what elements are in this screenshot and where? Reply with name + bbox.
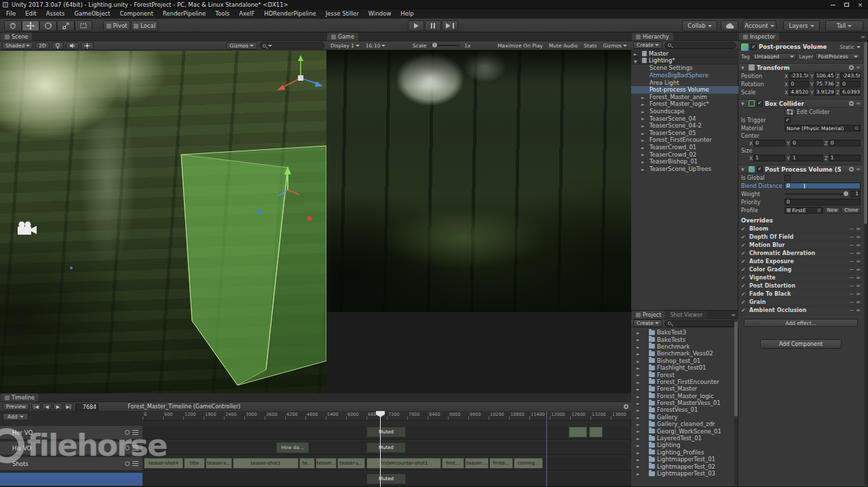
override-menu-icon[interactable]: ≡ (856, 242, 861, 248)
project-folder-row[interactable]: ► Bishop_test_01 (631, 357, 735, 364)
blend-distance-input[interactable]: 0 (785, 182, 861, 189)
gear-icon[interactable] (849, 101, 854, 106)
foldout-icon[interactable]: ► (637, 450, 640, 455)
context-menu-icon[interactable]: ≡ (856, 100, 861, 106)
layers-dropdown[interactable]: Layers (783, 20, 820, 31)
project-folder-row[interactable]: ► Gallery (631, 414, 735, 421)
y-field[interactable]: 75.736 (814, 81, 835, 87)
frame-number-field[interactable]: 7684 (75, 404, 98, 410)
track-lane[interactable]: How da...Muted (143, 442, 631, 455)
foldout-icon[interactable]: ► (637, 351, 640, 356)
context-menu-icon[interactable]: ≡ (856, 166, 861, 172)
timeline-clip[interactable]: firstencounter-shot1 (366, 458, 441, 469)
is-trigger-checkbox[interactable]: ✓ (785, 117, 791, 123)
timeline-clip[interactable]: How da... (276, 442, 309, 453)
center-y-field[interactable]: 0 (791, 140, 823, 147)
foldout-icon[interactable]: ▼ (741, 101, 747, 106)
hierarchy-item[interactable]: ► Forest_Master_anim (631, 94, 738, 101)
transport-button[interactable]: ▶| (64, 403, 73, 410)
pause-button[interactable] (425, 20, 441, 31)
project-folder-row[interactable]: ► Gallery_cleaned_zdr (631, 421, 735, 427)
hierarchy-item[interactable]: ► TeaserScene_04 (631, 115, 738, 122)
foldout-icon[interactable]: ► (637, 380, 640, 385)
active-checkbox[interactable]: ✓ (751, 44, 757, 50)
size-y-field[interactable]: 1 (791, 155, 823, 161)
override-checkbox[interactable]: ✓ (741, 234, 747, 240)
track-header-his-vo[interactable]: His VO (0, 442, 143, 455)
scene-audio-toggle[interactable] (66, 42, 79, 50)
timeline-clip[interactable]: Muted (366, 427, 406, 437)
preview-toggle-button[interactable]: Preview (3, 403, 29, 410)
foldout-icon[interactable]: ► (637, 359, 640, 364)
menu-item[interactable]: Jesse Stiller (321, 9, 364, 18)
x-field[interactable]: 0 (789, 81, 809, 87)
tag-dropdown[interactable]: Untagged (752, 53, 797, 60)
override-remove-icon[interactable]: − (850, 258, 854, 265)
aspect-dropdown[interactable]: 16:10 (364, 42, 388, 50)
override-menu-icon[interactable]: ≡ (856, 291, 861, 297)
foldout-icon[interactable]: ► (637, 422, 640, 427)
override-menu-icon[interactable]: ≡ (856, 275, 861, 281)
scene-effects-toggle[interactable] (81, 42, 94, 50)
rect-tool-button[interactable] (75, 20, 92, 31)
tab-hierarchy[interactable]: Hierarchy (632, 33, 673, 41)
timeline-clip[interactable]: firste... (489, 458, 513, 469)
transport-button[interactable]: ◀ (42, 403, 52, 410)
track-lane[interactable]: teaser-shot4titleteaser-s...teaser-shot1… (143, 457, 631, 471)
weight-value-field[interactable]: 1 (850, 191, 861, 197)
timeline-clip[interactable] (589, 427, 603, 437)
foldout-icon[interactable]: ► (637, 372, 640, 377)
project-folder-row[interactable]: ► LightmapperTest_02 (631, 463, 735, 469)
override-row[interactable]: ✓ Bloom − ≡ (738, 225, 863, 233)
override-row[interactable]: ✓ Vignette − ≡ (738, 274, 863, 282)
project-folder-row[interactable]: ► Benchmark_Vess02 (631, 350, 735, 357)
hierarchy-item[interactable]: ► Soundscape (631, 108, 738, 115)
transport-button[interactable]: ▶ (53, 403, 62, 410)
minimize-button[interactable] (828, 1, 838, 9)
menu-item[interactable]: Help (396, 9, 418, 18)
scale-slider-knob[interactable] (432, 43, 437, 47)
project-folder-row[interactable]: ► Forest (631, 371, 735, 378)
foldout-icon[interactable]: ▼ (741, 167, 747, 172)
override-remove-icon[interactable]: − (850, 291, 854, 297)
gameobject-name[interactable]: Post-process Volume (759, 43, 827, 50)
override-checkbox[interactable]: ✓ (741, 242, 747, 248)
collider-handle-red[interactable] (307, 216, 312, 221)
override-row[interactable]: ✓ Depth Of Field − ≡ (738, 233, 863, 241)
override-row[interactable]: ✓ Fade To Black − ≡ (738, 290, 863, 298)
override-remove-icon[interactable]: − (850, 267, 854, 273)
foldout-icon[interactable]: ► (641, 138, 647, 142)
timeline-clip[interactable]: Muted (366, 442, 406, 453)
foldout-icon[interactable]: ► (641, 95, 647, 100)
display-dropdown[interactable]: Display 1 (328, 42, 362, 50)
context-menu-icon[interactable]: ≡ (856, 64, 861, 71)
foldout-icon[interactable]: ▼ (741, 65, 747, 70)
override-menu-icon[interactable]: ≡ (856, 307, 861, 313)
component-enabled-checkbox[interactable]: ✓ (757, 100, 763, 106)
x-field[interactable]: -231.50 (789, 73, 809, 79)
account-dropdown[interactable]: Account (742, 20, 776, 31)
scene-viewport[interactable] (0, 51, 326, 393)
timeline-clip[interactable] (569, 427, 587, 437)
inspector-scrollbar[interactable] (864, 42, 867, 486)
profile-object-field[interactable]: FirstE⊙ (785, 207, 823, 214)
track-options-icon[interactable] (132, 430, 138, 435)
hierarchy-item[interactable]: ► TeaserScene_UpTrees (631, 165, 738, 173)
override-remove-icon[interactable]: − (850, 275, 854, 281)
timeline-clip[interactable]: teaser-shot1 (233, 458, 299, 469)
project-folder-row[interactable]: ► Forest_FirstEncounter (631, 378, 735, 385)
project-folder-row[interactable]: ► Forest_Master_logic (631, 393, 735, 400)
physic-material-field[interactable]: None (Physic Material)⊙ (785, 125, 861, 132)
menu-item[interactable]: Tools (210, 9, 234, 18)
add-track-dropdown[interactable]: Add (3, 413, 29, 421)
transform-header[interactable]: ▼ Transform ≡ (738, 63, 863, 72)
track-header-shots[interactable]: Shots (0, 457, 143, 471)
override-row[interactable]: ✓ Chromatic Aberration − ≡ (738, 250, 863, 258)
menu-item[interactable]: RenderPipeline (158, 9, 211, 18)
hierarchy-item[interactable]: Post-process Volume (631, 86, 738, 94)
mute-audio-toggle[interactable]: Mute Audio (547, 42, 580, 50)
menu-item[interactable]: Window (364, 9, 396, 18)
z-field[interactable]: -243.56 (840, 73, 861, 79)
step-button[interactable] (442, 20, 458, 31)
foldout-icon[interactable]: ► (637, 429, 640, 433)
